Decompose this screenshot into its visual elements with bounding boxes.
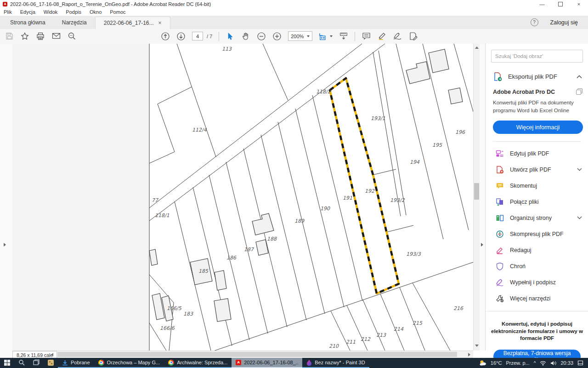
panel-tool-combine-files[interactable]: Połącz pliki	[486, 194, 588, 210]
panel-footer: Konwertuj, edytuj i podpisuj elektronicz…	[486, 314, 588, 363]
taskbar-app-chrome-1[interactable]: Orzechowa – Mapy G...	[94, 358, 164, 368]
hand-tool-icon[interactable]	[241, 32, 250, 41]
zoom-level-value: 200%	[291, 34, 304, 39]
highlighter-icon[interactable]	[377, 32, 386, 41]
svg-text:185: 185	[198, 268, 209, 274]
restore-icon[interactable]	[551, 1, 570, 7]
tab-tools[interactable]: Narzędzia	[54, 16, 95, 29]
comment-note-icon[interactable]	[362, 32, 371, 41]
svg-text:77: 77	[152, 197, 159, 203]
document-pane[interactable]: 113118/2112/4193/1196195194192191193/219…	[12, 44, 473, 351]
task-view-button[interactable]	[29, 358, 44, 368]
panel-tool-edit-pdf[interactable]: Edytuj plik PDF	[486, 145, 588, 161]
scroll-left-icon[interactable]	[51, 353, 53, 356]
svg-text:193/1: 193/1	[371, 115, 385, 121]
weather-label[interactable]: Przew. p...	[506, 360, 529, 366]
panel-tool-redact[interactable]: Redaguj	[486, 242, 588, 258]
taskbar-app-label: Orzechowa – Mapy G...	[107, 360, 160, 365]
tab-document[interactable]: 2022-06-06_17-16... ×	[95, 17, 170, 29]
next-page-icon[interactable]	[176, 32, 186, 41]
scroll-down-icon[interactable]	[475, 345, 479, 347]
vertical-scroll-thumb[interactable]	[474, 183, 479, 200]
more-info-button[interactable]: Więcej informacji	[493, 121, 583, 134]
chevron-up-icon[interactable]	[577, 75, 582, 79]
panel-tool-fill-sign[interactable]: Wypełnij i podpisz	[486, 274, 588, 290]
taskbar-app-chrome-2[interactable]: Archiwalne: Sprzeda...	[164, 358, 232, 368]
chevron-down-icon[interactable]	[577, 168, 582, 171]
tab-close-icon[interactable]: ×	[158, 20, 162, 26]
panel-tool-more-tools[interactable]: Więcej narzędzi	[486, 290, 588, 306]
save-icon[interactable]	[5, 32, 14, 41]
paint3d-icon	[306, 359, 312, 366]
sign-in-button[interactable]: Zaloguj się	[550, 19, 578, 26]
clock[interactable]: 20:33	[560, 360, 573, 366]
horizontal-scroll-thumb[interactable]	[57, 352, 457, 357]
taskbar-app-paint3d[interactable]: Bez nazwy* - Paint 3D	[302, 358, 369, 368]
svg-text:187: 187	[244, 247, 254, 253]
tab-home[interactable]: Strona główna	[2, 16, 54, 29]
menu-pomoc[interactable]: Pomoc	[110, 9, 125, 15]
menu-plik[interactable]: Plik	[4, 9, 12, 15]
select-tool-icon[interactable]	[226, 32, 235, 41]
taskbar-app-acrobat[interactable]: A 2022-06-06_17-16-08_...	[232, 358, 302, 368]
taskbar-app-label: 2022-06-06_17-16-08_...	[244, 360, 298, 365]
page-number-input[interactable]	[192, 32, 203, 40]
cadastral-map-page[interactable]: 113118/2112/4193/1196195194192191193/219…	[12, 44, 473, 351]
menu-widok[interactable]: Widok	[44, 9, 58, 15]
previous-page-icon[interactable]	[161, 32, 170, 41]
taskbar-app-label: Bez nazwy* - Paint 3D	[315, 360, 365, 365]
fill-sign-icon	[496, 278, 504, 287]
help-icon[interactable]: ?	[531, 18, 538, 26]
chevron-down-icon[interactable]	[577, 216, 582, 219]
zoom-out-icon[interactable]	[257, 32, 266, 41]
weather-temp[interactable]: 16°C	[491, 360, 502, 366]
menu-podpis[interactable]: Podpis	[66, 9, 81, 15]
page-scrolling-icon[interactable]	[339, 32, 348, 41]
taskbar-app-downloads[interactable]: Pobrane	[58, 358, 94, 368]
search-icon[interactable]	[67, 32, 76, 41]
tools-search-input[interactable]	[492, 53, 582, 59]
forms-pencil-icon[interactable]	[408, 32, 418, 41]
svg-text:214: 214	[394, 326, 404, 332]
collapse-right-panel-icon[interactable]	[481, 243, 483, 247]
panel-tool-compress-pdf[interactable]: Skompresuj plik PDF	[486, 226, 588, 242]
svg-text:196: 196	[455, 129, 465, 135]
star-favorites-icon[interactable]	[20, 32, 29, 41]
wifi-icon[interactable]	[540, 361, 546, 366]
expand-left-panel-icon[interactable]	[4, 243, 6, 247]
weather-icon[interactable]	[479, 360, 486, 366]
tools-search[interactable]	[491, 50, 583, 63]
zoom-in-icon[interactable]	[272, 32, 282, 41]
vertical-scrollbar[interactable]	[473, 44, 480, 351]
sign-pen-icon[interactable]	[393, 32, 402, 41]
speaker-icon[interactable]	[550, 361, 556, 366]
print-icon[interactable]	[36, 32, 45, 41]
start-button[interactable]	[0, 358, 14, 368]
menu-okno[interactable]: Okno	[90, 9, 102, 15]
hidden-icons-chevron[interactable]: ^	[534, 361, 536, 366]
zoom-level-dropdown[interactable]: 200%	[288, 31, 312, 41]
bottom-left-corner	[0, 351, 13, 358]
scroll-right-icon[interactable]	[468, 353, 470, 356]
svg-text:213: 213	[376, 332, 386, 338]
email-icon[interactable]	[51, 32, 61, 41]
notification-center-icon[interactable]	[577, 360, 583, 366]
downloads-icon	[62, 360, 68, 366]
svg-text:211: 211	[346, 339, 356, 345]
minimize-icon[interactable]: —	[533, 1, 551, 7]
panel-tool-comment[interactable]: Skomentuj	[486, 178, 588, 194]
taskbar-search-button[interactable]	[14, 358, 29, 368]
fit-width-icon[interactable]	[319, 32, 333, 41]
svg-text:113: 113	[222, 46, 232, 52]
horizontal-scrollbar[interactable]: 8,26 x 11,69 cale	[12, 351, 473, 358]
taskbar-app-label: Pobrane	[71, 360, 90, 365]
svg-text:195: 195	[432, 142, 442, 148]
export-pdf-section[interactable]: Eksportuj plik PDF	[486, 67, 588, 87]
panel-tool-organize-pages[interactable]: Organizuj strony	[486, 210, 588, 226]
menu-edycja[interactable]: Edycja	[20, 9, 35, 15]
panel-tool-create-pdf[interactable]: Utwórz plik PDF	[486, 161, 588, 178]
pinned-app-button[interactable]	[44, 358, 58, 368]
close-icon[interactable]: ×	[570, 1, 588, 7]
scroll-up-icon[interactable]	[475, 46, 479, 49]
panel-tool-protect[interactable]: Chroń	[486, 258, 588, 274]
